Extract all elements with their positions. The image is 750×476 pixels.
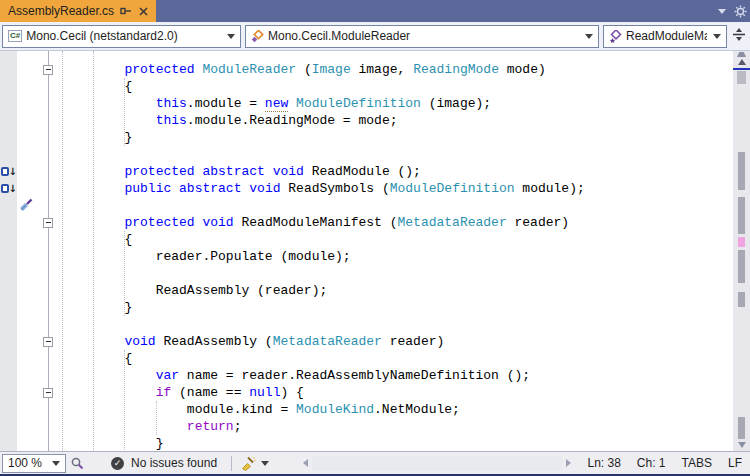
code-line: ReadAssembly (reader); [62,282,733,299]
code-line: var name = reader.ReadAssemblyNameDefini… [62,367,733,384]
code-line: { [62,231,733,248]
method-icon [609,30,622,43]
override-indicator-icon[interactable]: ↓ [1,165,17,178]
chevron-down-icon [52,461,60,466]
code-line: } [62,129,733,146]
indent-guide [124,350,125,451]
zoom-level: 100 % [8,456,48,470]
indent-mode-indicator[interactable]: TABS [682,456,712,470]
code-line: this.module = new ModuleDefinition (imag… [62,95,733,112]
code-line: protected ModuleReader (Image image, Rea… [62,61,733,78]
scrollbar-mark [738,417,745,439]
code-line: { [62,78,733,95]
document-tab-strip: AssemblyReader.cs [0,0,750,22]
splitter-grip[interactable] [737,52,746,57]
fold-marker[interactable] [43,337,53,347]
code-line: return; [62,418,733,435]
code-line: this.module.ReadingMode = mode; [62,112,733,129]
tab-strip-controls [718,0,750,22]
chevron-down-icon [227,34,235,39]
type-dropdown-label: Mono.Cecil.ModuleReader [268,29,579,43]
code-cleanup-broom-icon[interactable] [240,456,256,471]
class-icon [251,30,264,43]
code-line: } [62,299,733,316]
indent-guide [62,51,63,451]
type-dropdown[interactable]: Mono.Cecil.ModuleReader [245,25,599,48]
scrollbar-mark [738,292,745,307]
tab-label: AssemblyReader.cs [8,4,114,18]
code-line [62,197,733,214]
code-area: protected ModuleReader (Image image, Rea… [0,61,733,451]
project-dropdown[interactable]: C# Mono.Cecil (netstandard2.0) [2,25,241,48]
separator [231,456,232,471]
scroll-right-arrow-icon[interactable] [566,459,571,467]
chevron-down-icon[interactable] [261,461,269,466]
member-dropdown[interactable]: ReadModuleMani [603,25,727,48]
scrollbar-mark [738,197,745,234]
scrollbar-mark [738,250,745,283]
scrollbar-mark [738,152,745,190]
indent-guide [156,401,157,435]
check-circle-icon: ✓ [111,457,124,470]
indent-guide [124,231,125,316]
project-dropdown-label: Mono.Cecil (netstandard2.0) [26,29,221,43]
horizontal-scrollbar[interactable] [312,456,562,471]
code-line: protected abstract void ReadModule (); [62,163,733,180]
indent-guide [93,51,94,451]
tab-assemblyreader[interactable]: AssemblyReader.cs [0,0,156,22]
vertical-scrollbar[interactable] [733,51,750,451]
override-indicator-icon[interactable]: ↓ [1,182,17,195]
zoom-control[interactable]: 100 % [2,454,66,473]
fold-marker[interactable] [43,388,53,398]
code-line: reader.Populate (module); [62,248,733,265]
scrollbar-track[interactable] [733,70,750,442]
csharp-project-icon: C# [8,30,22,42]
code-line: } [62,435,733,451]
chevron-down-icon [585,34,593,39]
quick-actions-screwdriver-icon[interactable] [18,197,34,218]
code-line [62,146,733,163]
scrollbar-mark [738,237,745,247]
eol-indicator[interactable]: LF [728,456,742,470]
vs-editor-window: AssemblyReader.cs [0,0,750,476]
code-editor[interactable]: protected ModuleReader (Image image, Rea… [0,51,750,451]
indent-guide [124,78,125,146]
member-dropdown-label: ReadModuleMani [626,29,707,43]
code-line: module.kind = ModuleKind.NetModule; [62,401,733,418]
code-line: { [62,350,733,367]
scrollbar-thumb[interactable] [737,71,746,84]
chevron-down-icon [713,34,721,39]
fold-marker[interactable] [43,218,53,228]
column-indicator: Ch: 1 [637,456,666,470]
code-line [62,316,733,333]
issues-status[interactable]: No issues found [131,456,217,470]
split-editor-control[interactable] [732,27,746,46]
document-list-chevron-icon[interactable] [718,9,726,14]
close-icon[interactable] [138,6,149,17]
code-line: public abstract void ReadSymbols (Module… [62,180,733,197]
code-line: if (name == null) { [62,384,733,401]
editor-status-bar: 100 % ✓ No issues found Ln: 38 Ch: 1 TAB… [0,451,750,474]
scroll-up-arrow-icon[interactable] [738,59,746,65]
scroll-down-arrow-icon[interactable] [738,442,746,448]
code-line [62,265,733,282]
scroll-left-arrow-icon[interactable] [303,459,308,467]
fold-marker[interactable] [43,65,53,75]
pin-icon[interactable] [120,5,132,17]
document-health-icon[interactable] [70,456,85,471]
navigation-bar: C# Mono.Cecil (netstandard2.0) Mono.Ceci… [0,22,750,51]
code-line: protected void ReadModuleManifest (Metad… [62,214,733,231]
options-gear-icon[interactable] [734,5,747,18]
line-indicator: Ln: 38 [587,456,620,470]
code-line: void ReadAssembly (MetadataReader reader… [62,333,733,350]
